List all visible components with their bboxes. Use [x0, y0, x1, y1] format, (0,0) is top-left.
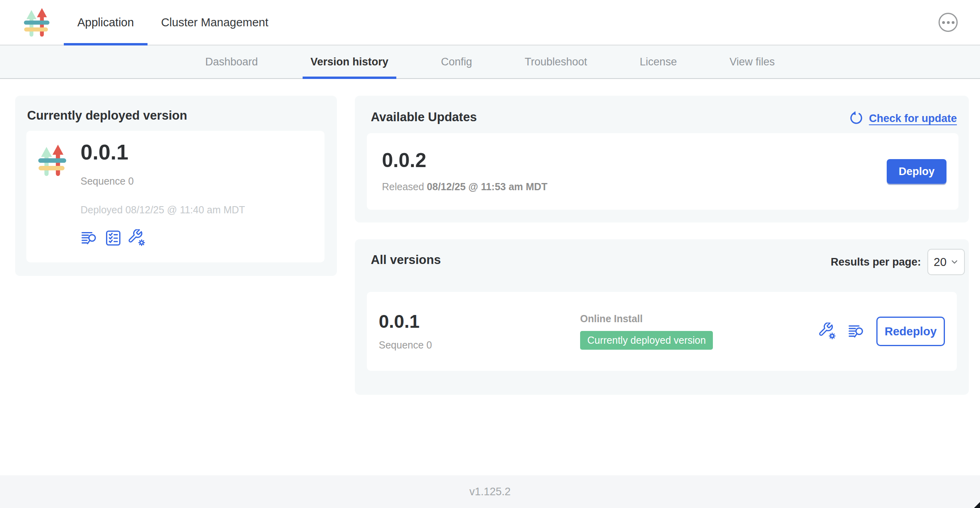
deployed-timestamp: Deployed 08/12/25 @ 11:40 am MDT: [81, 204, 245, 216]
install-type-label: Online Install: [580, 313, 819, 325]
update-version-number: 0.0.2: [382, 150, 547, 170]
app-logo-icon: [38, 142, 66, 179]
deployed-sequence: Sequence 0: [81, 175, 245, 187]
version-row-actions: Redeploy: [819, 317, 945, 346]
view-diff-icon[interactable]: [81, 229, 98, 247]
tab-cluster-management-label: Cluster Management: [161, 16, 268, 29]
preflight-checks-icon[interactable]: [104, 229, 122, 247]
deployed-version-details: 0.0.1 Sequence 0 Deployed 08/12/25 @ 11:…: [81, 141, 245, 262]
available-updates-card: Available Updates Check for update 0.0.2…: [355, 96, 969, 222]
tab-troubleshoot[interactable]: Troubleshoot: [517, 45, 595, 78]
tab-license[interactable]: License: [632, 45, 685, 78]
rotate-ccw-icon: [848, 111, 863, 126]
released-timestamp: 08/12/25 @ 11:53 am MDT: [427, 181, 547, 192]
tab-troubleshoot-label: Troubleshoot: [525, 56, 587, 68]
version-row-status: Online Install Currently deployed versio…: [580, 313, 819, 350]
corner-artifact: [974, 502, 980, 508]
check-for-update-link[interactable]: Check for update: [848, 111, 957, 126]
tab-view-files-label: View files: [730, 56, 775, 68]
deployed-version-number: 0.0.1: [81, 141, 245, 163]
ellipsis-icon: [942, 21, 945, 24]
tab-application-label: Application: [77, 16, 134, 29]
tab-view-files[interactable]: View files: [722, 45, 783, 78]
redeploy-button[interactable]: Redeploy: [876, 317, 945, 346]
update-details: 0.0.2 Released 08/12/25 @ 11:53 am MDT: [382, 150, 547, 193]
check-for-update-label: Check for update: [869, 112, 957, 125]
results-per-page: Results per page: 20: [830, 249, 965, 275]
app-logo-icon: [24, 6, 49, 39]
console-version-label: v1.125.2: [469, 486, 511, 498]
tab-config[interactable]: Config: [433, 45, 480, 78]
chevron-down-icon: [950, 258, 958, 266]
results-per-page-value: 20: [934, 256, 947, 269]
app-subnav: Dashboard Version history Config Trouble…: [0, 45, 980, 79]
top-nav-bar: Application Cluster Management: [0, 0, 980, 45]
version-row: 0.0.1 Sequence 0 Online Install Currentl…: [367, 292, 957, 371]
all-versions-title: All versions: [371, 253, 441, 267]
tab-license-label: License: [640, 56, 677, 68]
page-footer: v1.125.2: [0, 475, 980, 508]
deploy-button[interactable]: Deploy: [887, 159, 947, 184]
view-config-icon[interactable]: [128, 229, 146, 247]
view-diff-icon[interactable]: [848, 323, 865, 340]
update-released-line: Released 08/12/25 @ 11:53 am MDT: [382, 181, 547, 193]
version-row-version: 0.0.1 Sequence 0: [379, 312, 580, 351]
update-row: 0.0.2 Released 08/12/25 @ 11:53 am MDT D…: [367, 133, 958, 210]
deployed-version-panel: 0.0.1 Sequence 0 Deployed 08/12/25 @ 11:…: [26, 131, 325, 262]
released-prefix: Released: [382, 181, 427, 192]
tab-cluster-management[interactable]: Cluster Management: [148, 0, 282, 45]
tab-application[interactable]: Application: [64, 0, 148, 45]
all-versions-card: All versions Results per page: 20 0.0.1 …: [355, 239, 969, 395]
tab-dashboard-label: Dashboard: [205, 56, 258, 68]
tab-version-history-label: Version history: [311, 56, 388, 68]
version-sequence: Sequence 0: [379, 339, 580, 351]
tab-config-label: Config: [441, 56, 472, 68]
deployed-actions: [81, 229, 245, 247]
available-updates-title: Available Updates: [371, 110, 477, 124]
results-per-page-label: Results per page:: [830, 256, 921, 268]
tab-dashboard[interactable]: Dashboard: [197, 45, 266, 78]
currently-deployed-badge: Currently deployed version: [580, 331, 713, 350]
results-per-page-select[interactable]: 20: [927, 249, 965, 275]
top-tabs: Application Cluster Management: [64, 0, 282, 45]
currently-deployed-title: Currently deployed version: [27, 108, 187, 123]
version-number: 0.0.1: [379, 312, 580, 331]
tab-version-history[interactable]: Version history: [303, 45, 396, 78]
currently-deployed-card: Currently deployed version 0.0.1 Sequenc…: [15, 96, 337, 276]
overflow-menu-button[interactable]: [939, 13, 958, 32]
view-config-icon[interactable]: [819, 323, 836, 340]
